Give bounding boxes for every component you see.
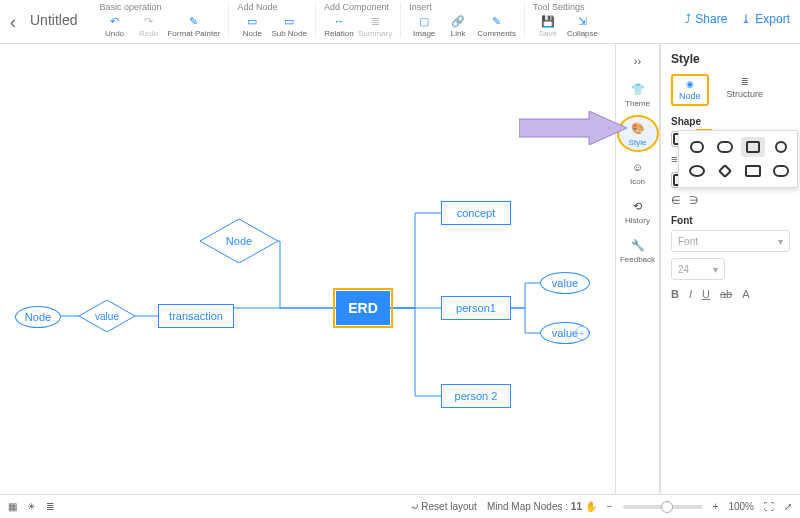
image-icon: ▢ (416, 14, 432, 28)
canvas[interactable]: ERD concept person1 person 2 value value… (0, 44, 615, 494)
node-tab-icon: ◉ (686, 79, 694, 89)
shape-option-tab[interactable] (769, 161, 793, 181)
node-icon: ▭ (244, 14, 260, 28)
edges-layer (0, 44, 615, 494)
undo-icon: ↶ (106, 14, 122, 28)
back-button[interactable]: ‹ (10, 2, 26, 33)
group-basic: Basic operation ↶Undo ↷Redo ✎Format Pain… (91, 2, 228, 38)
group-label: Basic operation (99, 2, 220, 12)
link-icon: 🔗 (450, 14, 466, 28)
relation-icon: ↔ (331, 14, 347, 28)
font-size-select[interactable]: 24▾ (671, 258, 725, 280)
node-left-node[interactable]: Node (15, 306, 61, 328)
node-diamond-value[interactable]: value (79, 300, 135, 332)
export-button[interactable]: ⤓Export (741, 12, 790, 26)
font-family-select[interactable]: Font▾ (671, 230, 790, 252)
add-node-button[interactable]: ▭Node (237, 14, 267, 38)
share-icon: ⤴ (685, 12, 691, 26)
shape-option-circle[interactable] (769, 137, 793, 157)
shape-option-hexagon[interactable] (741, 161, 765, 181)
group-insert: Insert ▢Image 🔗Link ✎Comments (400, 2, 524, 38)
shape-option-rounded-rect[interactable] (685, 137, 709, 157)
font-color-button[interactable]: A (742, 288, 749, 300)
document-title[interactable]: Untitled (26, 2, 91, 28)
rail-style[interactable]: 🎨Style (619, 117, 657, 150)
group-label: Add Node (237, 2, 307, 12)
underline-button[interactable]: U (702, 288, 710, 300)
insert-link-button[interactable]: 🔗Link (443, 14, 473, 38)
zoom-slider[interactable] (623, 505, 703, 509)
bold-button[interactable]: B (671, 288, 679, 300)
rail-history[interactable]: ⟲History (619, 195, 657, 228)
rail-icon[interactable]: ☺Icon (619, 156, 657, 189)
brush-icon: ✎ (186, 14, 202, 28)
strike-button[interactable]: ab (720, 288, 732, 300)
chevron-down-icon: ▾ (713, 264, 718, 275)
insert-image-button[interactable]: ▢Image (409, 14, 439, 38)
history-icon: ⟲ (629, 198, 647, 214)
panel-title: Style (671, 52, 790, 66)
node-person2[interactable]: person 2 (441, 384, 511, 408)
view-grid-button[interactable]: ▦ (8, 501, 17, 512)
wrench-icon: 🔧 (629, 237, 647, 253)
node-count-label: Mind Map Nodes : 11 ✋ (487, 501, 597, 512)
outline-button[interactable]: ≣ (46, 501, 54, 512)
undo-button[interactable]: ↶Undo (99, 14, 129, 38)
node-transaction[interactable]: transaction (158, 304, 234, 328)
reset-layout-button[interactable]: ⤾ Reset layout (411, 501, 477, 512)
status-bar: ▦ ☀ ≣ ⤾ Reset layout Mind Map Nodes : 11… (0, 494, 800, 518)
pan-icon[interactable]: ✋ (585, 501, 597, 512)
group-tool-settings: Tool Settings 💾Save ⇲Collapse (524, 2, 606, 38)
node-erd[interactable]: ERD (336, 291, 390, 325)
fit-screen-button[interactable]: ⛶ (764, 501, 774, 512)
rail-feedback[interactable]: 🔧Feedback (619, 234, 657, 267)
chevron-down-icon: ▾ (778, 236, 783, 247)
save-button[interactable]: 💾Save (533, 14, 563, 38)
group-add-component: Add Component ↔Relation ≣Summary (315, 2, 400, 38)
node-value-1[interactable]: value (540, 272, 590, 294)
share-button[interactable]: ⤴Share (685, 12, 727, 26)
rail-collapse-button[interactable]: ›› (619, 50, 657, 72)
smiley-icon: ☺ (629, 159, 647, 175)
zoom-in-button[interactable]: + (713, 501, 719, 512)
shape-popover (678, 130, 798, 188)
fullscreen-button[interactable]: ⤢ (784, 501, 792, 512)
add-child-handle[interactable]: + (575, 326, 589, 340)
palette-icon: 🎨 (629, 120, 647, 136)
shape-option-pill[interactable] (713, 137, 737, 157)
italic-button[interactable]: I (689, 288, 692, 300)
group-label: Insert (409, 2, 516, 12)
tab-structure[interactable]: ≣Structure (721, 74, 770, 106)
add-subnode-button[interactable]: ▭Sub Node (271, 14, 307, 38)
structure-tab-icon: ≣ (741, 77, 749, 87)
font-section-label: Font (671, 215, 790, 226)
group-label: Tool Settings (533, 2, 598, 12)
shape-option-rectangle[interactable] (741, 137, 765, 157)
format-painter-button[interactable]: ✎Format Painter (167, 14, 220, 38)
shape-option-ellipse[interactable] (685, 161, 709, 181)
node-person1[interactable]: person1 (441, 296, 511, 320)
collapse-button[interactable]: ⇲Collapse (567, 14, 598, 38)
summary-button[interactable]: ≣Summary (358, 14, 392, 38)
redo-icon: ↷ (140, 14, 156, 28)
rail-theme[interactable]: 👕Theme (619, 78, 657, 111)
redo-button[interactable]: ↷Redo (133, 14, 163, 38)
tab-node[interactable]: ◉Node (671, 74, 709, 106)
node-diamond-node[interactable]: Node (200, 219, 278, 263)
zoom-value: 100% (728, 501, 754, 512)
node-concept[interactable]: concept (441, 201, 511, 225)
indent-right-button[interactable]: ∋ (689, 194, 699, 207)
group-label: Add Component (324, 2, 392, 12)
comments-icon: ✎ (489, 14, 505, 28)
zoom-out-button[interactable]: − (607, 501, 613, 512)
relation-button[interactable]: ↔Relation (324, 14, 354, 38)
collapse-icon: ⇲ (574, 14, 590, 28)
shape-option-diamond[interactable] (713, 161, 737, 181)
group-add-node: Add Node ▭Node ▭Sub Node (228, 2, 315, 38)
comments-button[interactable]: ✎Comments (477, 14, 516, 38)
indent-left-button[interactable]: ∈ (671, 194, 681, 207)
node-label: Node (200, 219, 278, 263)
chevrons-right-icon: ›› (629, 53, 647, 69)
theme-toggle-button[interactable]: ☀ (27, 501, 36, 512)
style-panel: Style ◉Node ≣Structure Shape ◩▾ ≡ ▾ ▁ ▾ … (660, 44, 800, 494)
